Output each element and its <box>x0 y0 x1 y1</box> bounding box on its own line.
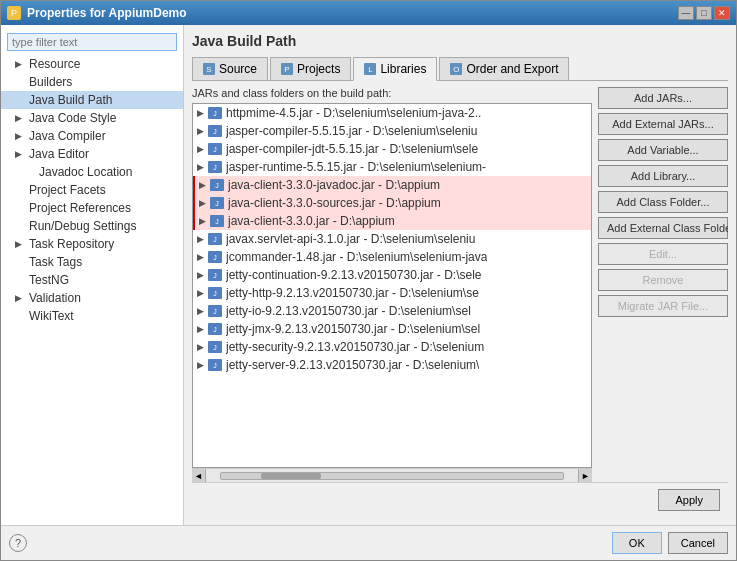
horizontal-scroll[interactable]: ◄ ► <box>192 468 592 482</box>
tab-label: Projects <box>297 62 340 76</box>
sidebar-item-java-editor[interactable]: ▶Java Editor <box>1 145 183 163</box>
list-item[interactable]: ▶Jjasper-runtime-5.5.15.jar - D:\seleniu… <box>193 158 591 176</box>
list-item[interactable]: ▶Jjetty-server-9.2.13.v20150730.jar - D:… <box>193 356 591 374</box>
window-icon: P <box>7 6 21 20</box>
cancel-button[interactable]: Cancel <box>668 532 728 554</box>
sidebar-item-project-facets[interactable]: Project Facets <box>1 181 183 199</box>
list-item[interactable]: ▶Jjava-client-3.3.0.jar - D:\appium <box>193 212 591 230</box>
expand-arrow-icon: ▶ <box>15 149 25 159</box>
add-external-jars-button[interactable]: Add External JARs... <box>598 113 728 135</box>
expand-arrow-icon: ▶ <box>15 239 25 249</box>
add-variable-button[interactable]: Add Variable... <box>598 139 728 161</box>
jar-expand-icon: ▶ <box>197 360 204 370</box>
apply-bar: Apply <box>192 482 728 517</box>
tab-order-and-export[interactable]: OOrder and Export <box>439 57 569 80</box>
list-item[interactable]: ▶Jjetty-security-9.2.13.v20150730.jar - … <box>193 338 591 356</box>
sidebar-item-wikitext[interactable]: WikiText <box>1 307 183 325</box>
sidebar-item-testng[interactable]: TestNG <box>1 271 183 289</box>
sidebar-item-task-repository[interactable]: ▶Task Repository <box>1 235 183 253</box>
sidebar-item-validation[interactable]: ▶Validation <box>1 289 183 307</box>
sidebar-item-task-tags[interactable]: Task Tags <box>1 253 183 271</box>
maximize-button[interactable]: □ <box>696 6 712 20</box>
sidebar: ▶ResourceBuildersJava Build Path▶Java Co… <box>1 25 184 525</box>
list-item[interactable]: ▶Jjava-client-3.3.0-javadoc.jar - D:\app… <box>193 176 591 194</box>
sidebar-item-label: Javadoc Location <box>39 165 132 179</box>
jar-label: jetty-server-9.2.13.v20150730.jar - D:\s… <box>226 358 479 372</box>
list-item[interactable]: ▶Jjasper-compiler-jdt-5.5.15.jar - D:\se… <box>193 140 591 158</box>
jar-expand-icon: ▶ <box>197 270 204 280</box>
jar-label: jetty-continuation-9.2.13.v20150730.jar … <box>226 268 482 282</box>
jars-list[interactable]: ▶Jhttpmime-4.5.jar - D:\selenium\seleniu… <box>192 103 592 468</box>
list-item[interactable]: ▶Jjcommander-1.48.jar - D:\selenium\sele… <box>193 248 591 266</box>
jar-file-icon: J <box>210 179 224 191</box>
jar-expand-icon: ▶ <box>199 198 206 208</box>
list-item[interactable]: ▶Jjetty-io-9.2.13.v20150730.jar - D:\sel… <box>193 302 591 320</box>
jar-file-icon: J <box>208 359 222 371</box>
jar-expand-icon: ▶ <box>197 324 204 334</box>
sidebar-item-label: Project References <box>29 201 131 215</box>
sidebar-item-java-code-style[interactable]: ▶Java Code Style <box>1 109 183 127</box>
tab-source[interactable]: SSource <box>192 57 268 80</box>
build-path-area: JARs and class folders on the build path… <box>192 87 728 482</box>
jar-label: java-client-3.3.0-sources.jar - D:\appiu… <box>228 196 441 210</box>
sidebar-item-java-compiler[interactable]: ▶Java Compiler <box>1 127 183 145</box>
jar-expand-icon: ▶ <box>197 252 204 262</box>
jar-label: javax.servlet-api-3.1.0.jar - D:\seleniu… <box>226 232 475 246</box>
list-item[interactable]: ▶Jjetty-http-9.2.13.v20150730.jar - D:\s… <box>193 284 591 302</box>
add-jars-button[interactable]: Add JARs... <box>598 87 728 109</box>
jars-panel: JARs and class folders on the build path… <box>192 87 592 482</box>
tab-projects[interactable]: PProjects <box>270 57 351 80</box>
add-external-class-folder-button[interactable]: Add External Class Folder... <box>598 217 728 239</box>
sidebar-item-label: Run/Debug Settings <box>29 219 136 233</box>
right-panel: Java Build Path SSourcePProjectsLLibrari… <box>184 25 736 525</box>
add-class-folder-button[interactable]: Add Class Folder... <box>598 191 728 213</box>
sidebar-item-label: WikiText <box>29 309 74 323</box>
help-button[interactable]: ? <box>9 534 27 552</box>
sidebar-items: ▶ResourceBuildersJava Build Path▶Java Co… <box>1 55 183 521</box>
list-item[interactable]: ▶Jjasper-compiler-5.5.15.jar - D:\seleni… <box>193 122 591 140</box>
list-item[interactable]: ▶Jhttpmime-4.5.jar - D:\selenium\seleniu… <box>193 104 591 122</box>
ok-button[interactable]: OK <box>612 532 662 554</box>
tab-libraries[interactable]: LLibraries <box>353 57 437 81</box>
list-item[interactable]: ▶Jjava-client-3.3.0-sources.jar - D:\app… <box>193 194 591 212</box>
sidebar-item-run/debug-settings[interactable]: Run/Debug Settings <box>1 217 183 235</box>
panel-title: Java Build Path <box>192 33 728 49</box>
list-item[interactable]: ▶Jjavax.servlet-api-3.1.0.jar - D:\selen… <box>193 230 591 248</box>
h-scroll-track[interactable] <box>220 472 564 480</box>
close-button[interactable]: ✕ <box>714 6 730 20</box>
apply-button[interactable]: Apply <box>658 489 720 511</box>
sidebar-item-project-references[interactable]: Project References <box>1 199 183 217</box>
h-scroll-thumb[interactable] <box>261 473 321 479</box>
properties-window: P Properties for AppiumDemo — □ ✕ ▶Resou… <box>0 0 737 561</box>
add-library-button[interactable]: Add Library... <box>598 165 728 187</box>
jar-expand-icon: ▶ <box>197 108 204 118</box>
list-item[interactable]: ▶Jjetty-jmx-9.2.13.v20150730.jar - D:\se… <box>193 320 591 338</box>
jar-label: java-client-3.3.0-javadoc.jar - D:\appiu… <box>228 178 440 192</box>
jar-file-icon: J <box>208 251 222 263</box>
window-title: Properties for AppiumDemo <box>27 6 187 20</box>
libraries-tab-icon: L <box>364 63 376 75</box>
sidebar-item-label: Project Facets <box>29 183 106 197</box>
filter-input[interactable] <box>7 33 177 51</box>
sidebar-item-java-build-path[interactable]: Java Build Path <box>1 91 183 109</box>
jar-file-icon: J <box>208 269 222 281</box>
edit-button: Edit... <box>598 243 728 265</box>
jar-file-icon: J <box>208 323 222 335</box>
list-item[interactable]: ▶Jjetty-continuation-9.2.13.v20150730.ja… <box>193 266 591 284</box>
minimize-button[interactable]: — <box>678 6 694 20</box>
jar-expand-icon: ▶ <box>197 234 204 244</box>
jar-file-icon: J <box>208 287 222 299</box>
jar-file-icon: J <box>208 125 222 137</box>
jar-file-icon: J <box>208 233 222 245</box>
tab-label: Libraries <box>380 62 426 76</box>
jar-expand-icon: ▶ <box>197 162 204 172</box>
title-bar-buttons: — □ ✕ <box>678 6 730 20</box>
sidebar-item-builders[interactable]: Builders <box>1 73 183 91</box>
jar-expand-icon: ▶ <box>197 126 204 136</box>
sidebar-item-label: Resource <box>29 57 80 71</box>
jar-label: httpmime-4.5.jar - D:\selenium\selenium-… <box>226 106 481 120</box>
main-content: ▶ResourceBuildersJava Build Path▶Java Co… <box>1 25 736 525</box>
jar-label: jetty-io-9.2.13.v20150730.jar - D:\selen… <box>226 304 471 318</box>
sidebar-item-javadoc-location[interactable]: Javadoc Location <box>1 163 183 181</box>
sidebar-item-resource[interactable]: ▶Resource <box>1 55 183 73</box>
